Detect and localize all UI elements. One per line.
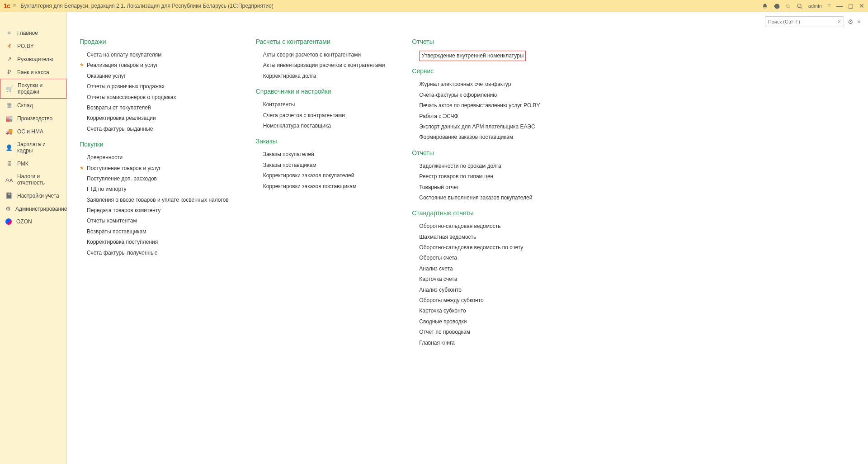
col2-link-1-2[interactable]: Номенклатура поставщика xyxy=(263,121,385,131)
sidebar-label-9: РМК xyxy=(17,161,28,167)
col3-link-3-9[interactable]: Сводные проводки xyxy=(419,317,540,327)
col1-link-1-2[interactable]: Поступление доп. расходов xyxy=(87,174,229,184)
sidebar-label-8: Зарплата и кадры xyxy=(17,141,61,154)
col1-link-0-0[interactable]: Счета на оплату покупателям xyxy=(87,50,229,60)
col3-link-0-0[interactable]: Утверждение внутренней номенклатуры xyxy=(419,51,526,61)
sidebar-item-3[interactable]: ₽Банк и касса xyxy=(0,66,66,79)
close-panel-icon[interactable]: × xyxy=(857,18,861,25)
content-toolbar: × ⚙ × xyxy=(765,16,861,27)
sidebar-item-11[interactable]: 📓Настройки учета xyxy=(0,189,66,202)
col3-link-1-5[interactable]: Формирование заказов поставщикам xyxy=(419,132,540,142)
col2-link-0-2[interactable]: Корректировка долга xyxy=(263,71,385,81)
col3-link-3-0[interactable]: Оборотно-сальдовая ведомость xyxy=(419,221,540,232)
star-icon[interactable]: ☆ xyxy=(785,2,791,9)
col3-section-title-1: Сервис xyxy=(412,67,540,75)
sidebar-item-1[interactable]: ✳PO.BY xyxy=(0,39,66,52)
sidebar-icon-6: 🏭 xyxy=(5,115,13,122)
col2-link-2-2[interactable]: Корректировки заказов покупателей xyxy=(263,170,385,181)
sidebar-label-6: Производство xyxy=(17,115,52,122)
col3-link-3-7[interactable]: Обороты между субконто xyxy=(419,295,540,306)
sidebar-icon-3: ₽ xyxy=(5,69,13,76)
burger-icon[interactable]: ≡ xyxy=(13,3,16,9)
col3-link-1-2[interactable]: Печать актов по перевыставлению услуг PO… xyxy=(419,100,540,111)
col3-link-2-3[interactable]: Состояние выполнения заказов покупателей xyxy=(419,193,540,203)
col3-link-3-3[interactable]: Обороты счета xyxy=(419,253,540,263)
col2-section-title-0: Расчеты с контрагентами xyxy=(256,38,385,45)
col1-link-0-5[interactable]: Возвраты от покупателей xyxy=(87,103,229,113)
col2-link-0-1[interactable]: Акты инвентаризации расчетов с контраген… xyxy=(263,60,385,71)
col3-link-2-2[interactable]: Товарный отчет xyxy=(419,182,540,193)
sidebar-icon-4: 🛒 xyxy=(6,85,13,92)
col3-link-3-4[interactable]: Анализ счета xyxy=(419,264,540,274)
col3-link-3-5[interactable]: Карточка счета xyxy=(419,274,540,284)
col2-section-list-2: Заказы покупателейЗаказы поставщикамКорр… xyxy=(256,149,385,192)
col3-link-3-8[interactable]: Карточка субконто xyxy=(419,306,540,316)
col2-link-0-0[interactable]: Акты сверки расчетов с контрагентами xyxy=(263,50,385,60)
col3-link-3-10[interactable]: Отчет по проводкам xyxy=(419,327,540,337)
sidebar-icon-2: ↗ xyxy=(5,56,13,62)
sidebar-item-12[interactable]: ⚙Администрирование xyxy=(0,202,66,215)
col1-section-list-1: ДоверенностиПоступление товаров и услугП… xyxy=(80,152,229,258)
col3-section-list-2: Задолженности по срокам долгаРеестр това… xyxy=(412,161,540,204)
app-logo: 1с xyxy=(4,2,10,9)
col3-link-1-4[interactable]: Экспорт данных для АРМ плательщика ЕАЭС xyxy=(419,122,540,132)
sidebar-item-10[interactable]: AᴀНалоги и отчетность xyxy=(0,170,66,189)
clear-search-icon[interactable]: × xyxy=(838,19,841,25)
col1-link-1-6[interactable]: Отчеты комитентам xyxy=(87,216,229,226)
bell-icon[interactable] xyxy=(762,2,768,9)
col3-link-1-1[interactable]: Счета-фактуры к оформлению xyxy=(419,90,540,100)
search-box[interactable]: × xyxy=(765,16,844,27)
sidebar-item-9[interactable]: 🖥РМК xyxy=(0,157,66,170)
col3-section-list-1: Журнал электронных счетов-фактурСчета-фа… xyxy=(412,79,540,142)
col1-link-1-8[interactable]: Корректировка поступления xyxy=(87,237,229,247)
col1-link-0-1[interactable]: Реализация товаров и услуг xyxy=(87,60,229,71)
col3-link-3-1[interactable]: Шахматная ведомость xyxy=(419,232,540,242)
col1-section-title-0: Продажи xyxy=(80,38,229,45)
col3-link-2-1[interactable]: Реестр товаров по типам цен xyxy=(419,171,540,182)
col3-link-1-0[interactable]: Журнал электронных счетов-фактур xyxy=(419,79,540,90)
col1-link-0-7[interactable]: Счета-фактуры выданные xyxy=(87,124,229,134)
titlebar-actions: ☆ admin ≡ — ◻ ✕ xyxy=(762,2,864,9)
col1-link-1-5[interactable]: Передача товаров комитенту xyxy=(87,205,229,216)
settings-icon[interactable]: ⚙ xyxy=(848,18,854,25)
col1-link-1-3[interactable]: ГТД по импорту xyxy=(87,184,229,194)
col2-link-1-0[interactable]: Контрагенты xyxy=(263,99,385,110)
sidebar-item-13[interactable]: OZON xyxy=(0,215,66,228)
history-icon[interactable] xyxy=(774,2,780,9)
col3-link-2-0[interactable]: Задолженности по срокам долга xyxy=(419,161,540,171)
sidebar-item-4[interactable]: 🛒Покупки и продажи xyxy=(0,79,66,99)
col3-link-3-11[interactable]: Главная книга xyxy=(419,338,540,348)
col2-link-2-3[interactable]: Корректировки заказов поставщикам xyxy=(263,181,385,192)
maximize-icon[interactable]: ◻ xyxy=(848,2,854,9)
col1-link-1-9[interactable]: Счета-фактуры полученные xyxy=(87,248,229,258)
search-input[interactable] xyxy=(768,19,836,24)
sidebar-item-5[interactable]: ▦Склад xyxy=(0,99,66,112)
col3-link-3-6[interactable]: Анализ субконто xyxy=(419,285,540,295)
col1-link-0-6[interactable]: Корректировка реализации xyxy=(87,113,229,123)
col1-link-1-0[interactable]: Доверенности xyxy=(87,152,229,163)
col1-link-0-2[interactable]: Оказание услуг xyxy=(87,71,229,81)
sidebar-item-7[interactable]: 🚚ОС и НМА xyxy=(0,125,66,138)
username[interactable]: admin xyxy=(808,3,822,9)
col2-link-2-1[interactable]: Заказы поставщикам xyxy=(263,160,385,170)
search-icon[interactable] xyxy=(797,2,803,9)
col3-link-1-3[interactable]: Работа с ЭСЧФ xyxy=(419,111,540,122)
sidebar-item-6[interactable]: 🏭Производство xyxy=(0,112,66,125)
close-window-icon[interactable]: ✕ xyxy=(859,2,864,9)
menu-more-icon[interactable]: ≡ xyxy=(827,2,831,9)
sidebar-icon-13 xyxy=(5,218,12,225)
sidebar-item-2[interactable]: ↗Руководителю xyxy=(0,52,66,66)
col1-link-1-7[interactable]: Возвраты поставщикам xyxy=(87,227,229,237)
minimize-icon[interactable]: — xyxy=(836,2,843,9)
sidebar-label-1: PO.BY xyxy=(17,43,34,49)
col1-link-1-1[interactable]: Поступление товаров и услуг xyxy=(87,163,229,174)
col3-link-3-2[interactable]: Оборотно-сальдовая ведомость по счету xyxy=(419,242,540,253)
sidebar-item-0[interactable]: ≡Главное xyxy=(0,26,66,39)
sidebar-icon-12: ⚙ xyxy=(5,205,11,212)
col2-link-1-1[interactable]: Счета расчетов с контрагентами xyxy=(263,110,385,121)
col1-link-1-4[interactable]: Заявления о ввозе товаров и уплате косве… xyxy=(87,195,229,205)
col1-link-0-3[interactable]: Отчеты о розничных продажах xyxy=(87,81,229,92)
col2-link-2-0[interactable]: Заказы покупателей xyxy=(263,149,385,160)
sidebar-item-8[interactable]: 👤Зарплата и кадры xyxy=(0,138,66,157)
col1-link-0-4[interactable]: Отчеты комиссионеров о продажах xyxy=(87,92,229,103)
